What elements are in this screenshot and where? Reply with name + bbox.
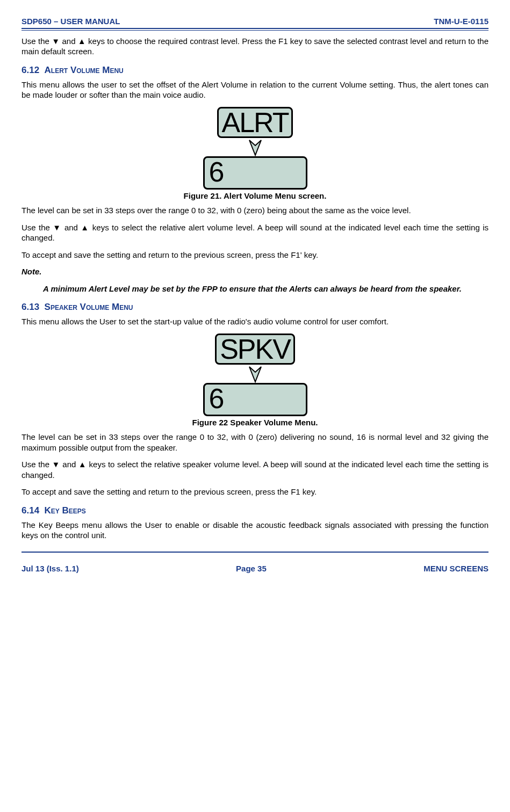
footer-rule	[21, 552, 489, 553]
heading-6-14: 6.14 Key Beeps	[21, 505, 489, 517]
s613-p2: The level can be set in 33 steps over th…	[21, 432, 489, 453]
heading-number: 6.12	[21, 65, 39, 75]
s613-p4: To accept and save the setting and retur…	[21, 487, 489, 497]
s613-p1: This menu allows the User to set the sta…	[21, 316, 489, 327]
svg-marker-0	[249, 140, 261, 155]
intro-paragraph: Use the ▼ and ▲ keys to choose the requi…	[21, 36, 489, 57]
s612-p1: This menu allows the user to set the off…	[21, 79, 489, 100]
s614-p1: The Key Beeps menu allows the User to en…	[21, 520, 489, 541]
page-footer: Jul 13 (Iss. 1.1) Page 35 MENU SCREENS	[21, 563, 489, 574]
heading-6-13: 6.13 Speaker Volume Menu	[21, 301, 489, 313]
heading-text: Key Beeps	[45, 505, 86, 516]
lcd-spkv-bottom: 6	[203, 383, 307, 416]
lcd-spkv-top: SPKV	[215, 334, 295, 365]
footer-center: Page 35	[236, 563, 267, 574]
svg-marker-1	[249, 367, 261, 382]
page-header: SDP650 – USER MANUAL TNM-U-E-0115	[21, 16, 489, 28]
heading-number: 6.13	[21, 302, 39, 312]
footer-left: Jul 13 (Iss. 1.1)	[21, 563, 79, 574]
s613-p3: Use the ▼ and ▲ keys to select the relat…	[21, 459, 489, 480]
figure-21-caption: Figure 21. Alert Volume Menu screen.	[21, 191, 489, 201]
header-right: TNM-U-E-0115	[434, 16, 489, 27]
lcd-alrt-bottom: 6	[203, 156, 307, 190]
down-arrow-icon	[247, 365, 263, 383]
s612-p3: Use the ▼ and ▲ keys to select the relat…	[21, 222, 489, 243]
heading-text: Alert Volume Menu	[45, 65, 124, 75]
s612-p2: The level can be set in 33 steps over th…	[21, 205, 489, 216]
heading-6-12: 6.12 Alert Volume Menu	[21, 64, 489, 76]
header-rule	[21, 28, 489, 31]
figure-22: SPKV 6	[21, 334, 489, 416]
note-body: A minimum Alert Level may be set by the …	[43, 284, 489, 294]
down-arrow-icon	[247, 138, 263, 156]
figure-21: ALRT 6	[21, 107, 489, 190]
note-label: Note.	[21, 266, 489, 277]
figure-22-caption: Figure 22 Speaker Volume Menu.	[21, 417, 489, 428]
lcd-alrt-top: ALRT	[217, 107, 293, 138]
footer-right: MENU SCREENS	[423, 563, 489, 574]
s612-p4: To accept and save the setting and retur…	[21, 250, 489, 260]
header-left: SDP650 – USER MANUAL	[21, 16, 120, 27]
heading-number: 6.14	[21, 505, 39, 516]
heading-text: Speaker Volume Menu	[45, 302, 133, 312]
